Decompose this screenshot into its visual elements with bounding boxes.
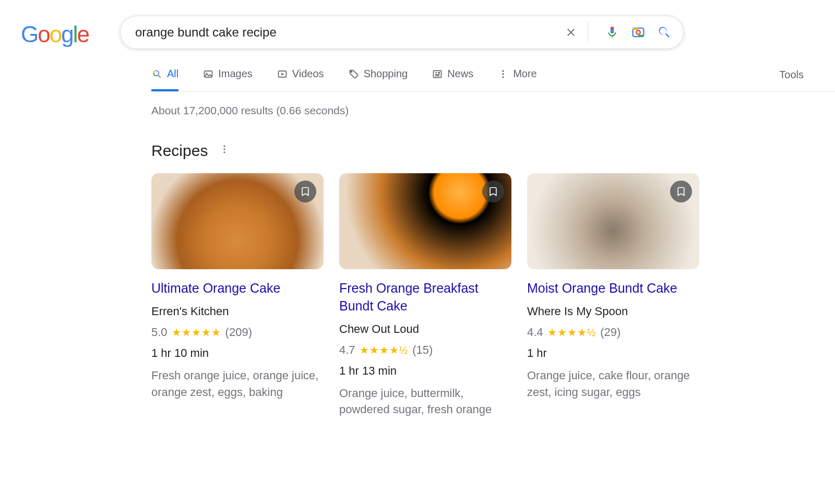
svg-point-1 bbox=[636, 30, 640, 34]
svg-rect-3 bbox=[638, 35, 644, 37]
tab-label: News bbox=[447, 68, 473, 80]
svg-rect-2 bbox=[633, 28, 638, 30]
recipe-time: 1 hr 10 min bbox=[151, 346, 324, 360]
tab-label: Shopping bbox=[364, 68, 408, 80]
recipe-image[interactable] bbox=[527, 173, 699, 269]
svg-point-19 bbox=[224, 151, 225, 153]
tab-videos[interactable]: Videos bbox=[277, 68, 324, 91]
images-icon bbox=[202, 68, 214, 80]
recipe-ingredients: Orange juice, buttermilk, powdered sugar… bbox=[339, 385, 511, 418]
recipe-title[interactable]: Ultimate Orange Cake bbox=[151, 280, 324, 297]
result-stats: About 17,200,000 results (0.66 seconds) bbox=[151, 104, 835, 117]
recipe-time: 1 hr 13 min bbox=[339, 364, 511, 378]
recipe-title[interactable]: Moist Orange Bundt Cake bbox=[527, 280, 699, 297]
stars-icon: ★★★★½ bbox=[547, 326, 597, 339]
rating-value: 4.7 bbox=[339, 343, 355, 357]
recipe-source: Where Is My Spoon bbox=[527, 305, 699, 318]
videos-icon bbox=[277, 68, 288, 80]
rating-value: 5.0 bbox=[151, 326, 168, 339]
recipe-source: Erren's Kitchen bbox=[151, 305, 324, 318]
tab-images[interactable]: Images bbox=[202, 68, 253, 91]
voice-search-icon[interactable] bbox=[603, 23, 622, 42]
tabs-row: All Images Videos Shopping News bbox=[151, 68, 835, 92]
tools-button[interactable]: Tools bbox=[779, 69, 804, 90]
search-bar bbox=[120, 16, 684, 49]
svg-rect-13 bbox=[438, 71, 440, 73]
recipes-row: Ultimate Orange Cake Erren's Kitchen 5.0… bbox=[151, 173, 835, 418]
section-heading: Recipes bbox=[151, 142, 208, 160]
recipe-time: 1 hr bbox=[527, 346, 699, 360]
recipe-card[interactable]: Moist Orange Bundt Cake Where Is My Spoo… bbox=[527, 173, 699, 418]
recipe-card[interactable]: Fresh Orange Breakfast Bundt Cake Chew O… bbox=[339, 173, 511, 418]
bookmark-icon[interactable] bbox=[670, 181, 692, 202]
bookmark-icon[interactable] bbox=[294, 181, 316, 202]
bookmark-icon[interactable] bbox=[482, 181, 504, 202]
recipe-image[interactable] bbox=[339, 173, 511, 269]
svg-point-14 bbox=[503, 70, 504, 71]
svg-line-5 bbox=[159, 75, 161, 77]
svg-point-18 bbox=[224, 148, 225, 150]
search-icon bbox=[151, 68, 163, 80]
tab-label: All bbox=[167, 68, 178, 80]
recipe-rating: 5.0 ★★★★★ (209) bbox=[151, 326, 324, 339]
tab-more[interactable]: More bbox=[497, 68, 537, 91]
search-icon[interactable] bbox=[655, 23, 674, 42]
svg-rect-6 bbox=[205, 71, 212, 77]
more-vertical-icon bbox=[497, 68, 509, 80]
recipe-ingredients: Orange juice, cake flour, orange zest, i… bbox=[527, 367, 699, 401]
tab-news[interactable]: News bbox=[432, 68, 473, 91]
news-icon bbox=[432, 68, 443, 80]
recipe-rating: 4.4 ★★★★½ (29) bbox=[527, 326, 699, 339]
tab-label: More bbox=[513, 68, 537, 80]
rating-count: (209) bbox=[225, 326, 252, 339]
tab-label: Images bbox=[218, 68, 253, 80]
image-search-icon[interactable] bbox=[629, 23, 648, 42]
search-divider bbox=[588, 22, 588, 43]
stars-icon: ★★★★★ bbox=[172, 326, 221, 339]
svg-point-15 bbox=[503, 73, 504, 75]
recipe-image[interactable] bbox=[151, 173, 324, 269]
recipe-title[interactable]: Fresh Orange Breakfast Bundt Cake bbox=[339, 280, 511, 315]
recipe-rating: 4.7 ★★★★½ (15) bbox=[339, 343, 511, 357]
rating-count: (29) bbox=[600, 326, 621, 339]
tab-all[interactable]: All bbox=[151, 68, 178, 91]
tab-shopping[interactable]: Shopping bbox=[348, 68, 408, 91]
clear-icon[interactable] bbox=[562, 23, 580, 42]
recipe-card[interactable]: Ultimate Orange Cake Erren's Kitchen 5.0… bbox=[151, 173, 324, 418]
recipe-ingredients: Fresh orange juice, orange juice, orange… bbox=[151, 367, 324, 401]
stars-icon: ★★★★½ bbox=[360, 344, 409, 356]
section-more-icon[interactable] bbox=[219, 144, 230, 158]
rating-value: 4.4 bbox=[527, 326, 543, 339]
recipe-source: Chew Out Loud bbox=[339, 322, 511, 336]
search-input[interactable] bbox=[135, 25, 554, 40]
tab-label: Videos bbox=[292, 68, 324, 80]
rating-count: (15) bbox=[412, 343, 433, 357]
shopping-icon bbox=[348, 68, 360, 80]
google-logo[interactable]: Google bbox=[21, 17, 89, 47]
svg-point-17 bbox=[224, 146, 225, 147]
svg-point-16 bbox=[503, 76, 504, 78]
